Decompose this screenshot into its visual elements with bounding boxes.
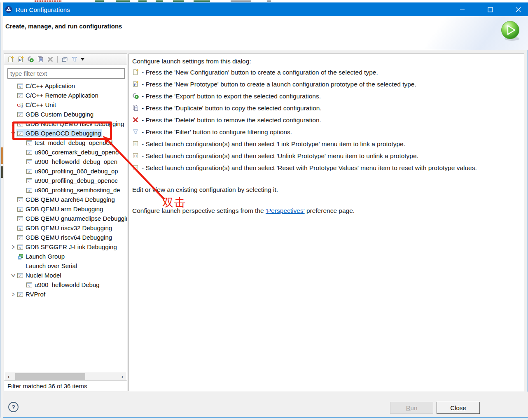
scroll-left-icon[interactable]: ‹ xyxy=(5,372,13,381)
tree-item-label: Launch over Serial xyxy=(26,262,77,269)
collapse-all-button[interactable] xyxy=(61,56,68,63)
filter-input[interactable] xyxy=(7,68,125,79)
tree-item[interactable]: C/C++ Remote Application xyxy=(4,91,127,100)
tree-item-label: u900_profiling_debug_openoc xyxy=(35,177,118,184)
tree-item-label: C/C++ Unit xyxy=(26,101,56,108)
tree-item[interactable]: RVProf xyxy=(4,289,127,299)
tree-item[interactable]: GDB QEMU aarch64 Debugging xyxy=(4,195,127,204)
tree-item[interactable]: u900_helloworld Debug xyxy=(4,280,127,289)
tree-item[interactable]: C/C++ Application xyxy=(4,81,127,91)
config-type-icon xyxy=(17,291,23,298)
scrollbar-thumb[interactable] xyxy=(15,373,85,380)
config-type-icon xyxy=(17,130,23,137)
tree-item[interactable]: GDB Nuclei QEMU riscv Debugging xyxy=(4,119,127,128)
tree-item[interactable]: u900_helloworld_debug_open xyxy=(4,157,127,166)
help-question-icon: ? xyxy=(12,404,15,411)
new-prototype-button[interactable] xyxy=(17,56,24,63)
tree-item-label: Launch Group xyxy=(26,253,65,260)
scrollbar-track[interactable] xyxy=(13,372,118,381)
tree-item[interactable]: Launch Group xyxy=(4,252,127,261)
title-bar[interactable]: Run Configurations xyxy=(0,3,528,16)
tree-item-label: GDB QEMU riscv32 Debugging xyxy=(26,224,112,231)
tree-item[interactable]: GDB QEMU arm Debugging xyxy=(4,204,127,214)
tree-item[interactable]: C/C++ Unit xyxy=(4,100,127,110)
tree-item[interactable]: GDB QEMU riscv32 Debugging xyxy=(4,223,127,233)
tree-item[interactable]: GDB SEGGER J-Link Debugging xyxy=(4,242,127,252)
filter-status: Filter matched 36 of 36 items xyxy=(4,380,127,391)
instruction-text: - Press the 'Duplicate' button to copy t… xyxy=(142,104,322,112)
tree-item-label: u900_profiling_060_debug_op xyxy=(35,168,118,175)
instruction-row: - Press the 'Delete' button to remove th… xyxy=(132,116,524,128)
minimize-button[interactable] xyxy=(453,3,472,16)
background-fragment xyxy=(231,0,251,2)
config-type-icon xyxy=(17,253,23,260)
config-type-icon xyxy=(17,83,23,89)
tree-item[interactable]: u900_profiling_060_debug_op xyxy=(4,166,127,176)
perspective-text: Configure launch perspective settings fr… xyxy=(132,207,524,215)
tree-item[interactable]: GDB OpenOCD Debugging xyxy=(4,128,127,138)
tree-item-label: GDB OpenOCD Debugging xyxy=(26,130,101,137)
tree-item[interactable]: Nuclei Model xyxy=(4,271,127,280)
background-fragment xyxy=(267,0,271,2)
tree-item-label: GDB QEMU arm Debugging xyxy=(26,205,103,212)
instruction-icon xyxy=(132,69,139,75)
config-type-icon xyxy=(17,196,23,203)
background-fragment xyxy=(138,0,147,2)
delete-button[interactable] xyxy=(47,56,54,63)
config-type-icon xyxy=(17,121,23,127)
config-type-icon xyxy=(17,244,23,250)
export-button[interactable] xyxy=(27,56,34,63)
tree-item-label: u900_helloworld Debug xyxy=(35,281,100,288)
tree-item-label: RVProf xyxy=(26,291,45,298)
tree-item[interactable]: GDB QEMU gnuarmeclipse Debugging xyxy=(4,214,127,223)
tree-item[interactable]: GDB Custom Debugging xyxy=(4,110,127,119)
close-button[interactable] xyxy=(509,3,528,16)
config-type-icon xyxy=(26,187,33,194)
tree-item-label: GDB QEMU gnuarmeclipse Debugging xyxy=(26,215,127,222)
tree-item[interactable]: u900_profiling_debug_openoc xyxy=(4,176,127,185)
tree-item-label: GDB SEGGER J-Link Debugging xyxy=(26,243,117,250)
edit-hint-text: Edit or view an existing configuration b… xyxy=(132,186,524,194)
scroll-right-icon[interactable]: › xyxy=(118,372,126,381)
run-button[interactable]: Run xyxy=(390,402,433,414)
view-menu-button[interactable] xyxy=(81,56,86,63)
app-trefoil-icon xyxy=(5,6,12,13)
instruction-row: - Select launch configuration(s) and the… xyxy=(132,152,524,164)
help-button[interactable]: ? xyxy=(8,401,19,413)
tree-item[interactable]: GDB QEMU riscv64 Debugging xyxy=(4,233,127,242)
tree-item[interactable]: u900_coremark_debug_openo xyxy=(4,147,127,157)
instruction-row: - Press the 'Filter' button to configure… xyxy=(132,128,524,140)
tree-item-label: GDB QEMU aarch64 Debugging xyxy=(26,196,115,203)
horizontal-scrollbar[interactable]: ‹ › xyxy=(5,372,126,380)
tree-item[interactable]: test_model_debug_openocd xyxy=(4,138,127,147)
perspectives-link[interactable]: 'Perspectives' xyxy=(266,207,305,214)
config-type-icon xyxy=(17,234,23,241)
background-fragment xyxy=(35,0,62,2)
expand-chevron-icon[interactable] xyxy=(10,273,16,278)
new-configuration-button[interactable] xyxy=(7,56,14,63)
button-bar: ? Run Close xyxy=(1,392,528,417)
expand-chevron-icon[interactable] xyxy=(10,131,16,136)
expand-chevron-icon[interactable] xyxy=(10,244,16,250)
filter-options-button[interactable] xyxy=(71,56,78,63)
tree-item-label: GDB QEMU riscv64 Debugging xyxy=(26,234,112,241)
tree-item[interactable]: Launch over Serial xyxy=(4,261,127,271)
config-type-icon xyxy=(17,111,23,118)
maximize-icon xyxy=(488,7,493,12)
instruction-text: - Press the 'New Prototype' button to cr… xyxy=(142,80,416,89)
close-dialog-button[interactable]: Close xyxy=(437,402,480,414)
instruction-text: - Select launch configuration(s) and the… xyxy=(142,152,418,160)
instruction-icon xyxy=(132,140,139,147)
instruction-text: - Select launch configuration(s) and the… xyxy=(142,164,477,172)
tree-item-label: u900_profiling_semihosting_de xyxy=(35,187,120,194)
tree-item[interactable]: u900_profiling_semihosting_de xyxy=(4,185,127,195)
config-type-icon xyxy=(17,215,23,222)
instruction-text: - Select launch configuration(s) and the… xyxy=(142,140,405,148)
expand-chevron-icon[interactable] xyxy=(10,292,16,297)
duplicate-button[interactable] xyxy=(37,56,44,63)
tree-item-label: Nuclei Model xyxy=(26,272,61,279)
maximize-button[interactable] xyxy=(481,3,500,16)
instruction-icon xyxy=(132,152,139,159)
window-title: Run Configurations xyxy=(16,6,70,13)
expand-chevron-icon[interactable] xyxy=(10,121,16,127)
